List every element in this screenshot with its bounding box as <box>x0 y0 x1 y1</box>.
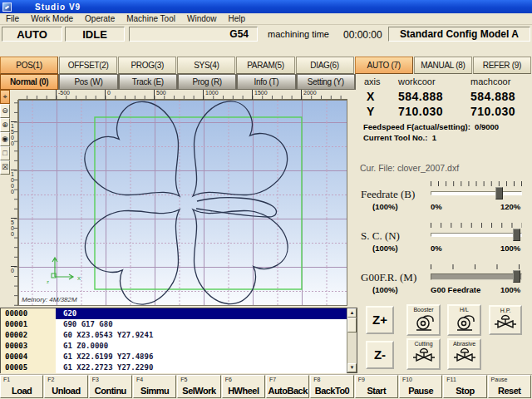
feedrate-ticks <box>431 181 522 186</box>
fkey-pause[interactable]: F10 Pause <box>399 375 442 398</box>
app-icon <box>2 2 12 12</box>
tab-auto[interactable]: AUTO (7) <box>355 57 413 74</box>
ncstudio-window: Studio V9 File Work Mode Operate Machine… <box>0 0 532 399</box>
tab-prog[interactable]: PROG(3) <box>118 57 176 74</box>
abrasive-button[interactable]: Abrasive <box>447 338 481 370</box>
fkey-stop[interactable]: F11 Stop <box>443 375 486 398</box>
spindle-label: S. C. (N) <box>361 229 400 243</box>
program-scrollbar[interactable]: ▲ ▼ <box>347 308 357 372</box>
ruler-vertical: 1500 1000 500 0 <box>9 100 18 306</box>
fkey-hwheel[interactable]: F6 HWheel <box>222 375 265 398</box>
ruler-y-label: 0 <box>11 266 17 273</box>
zoom-in-icon[interactable]: ⊕ <box>0 118 10 132</box>
spindle-track[interactable] <box>431 233 522 237</box>
menu-work-mode[interactable]: Work Mode <box>25 13 79 24</box>
z-plus-button[interactable]: Z+ <box>366 306 394 334</box>
high-low-button[interactable]: H/L <box>447 304 481 336</box>
booster-button[interactable]: Booster <box>406 304 441 336</box>
g00-track[interactable] <box>431 273 522 280</box>
feedrate-track[interactable] <box>431 191 522 195</box>
subtab-track[interactable]: Track (E) <box>119 74 177 90</box>
tab-offset[interactable]: OFFSET(2) <box>59 57 117 74</box>
clear-trace-icon[interactable]: ☒ <box>0 160 10 175</box>
program-line[interactable]: 00001 G90 G17 G80 <box>1 319 347 330</box>
ruler-horizontal: -500 0 500 1000 1500 2000 <box>18 90 347 100</box>
center-view-icon[interactable]: ⌖ <box>0 90 10 104</box>
view-toolbar: ⌖ ⊖ ⊕ ◉ □ ☒ <box>0 90 10 175</box>
menu-operate[interactable]: Operate <box>79 13 121 24</box>
spindle-handle[interactable] <box>513 229 520 241</box>
machining-time-label: machining time <box>268 29 329 39</box>
line-number: 00002 <box>1 330 56 341</box>
focus-center-icon[interactable]: ◉ <box>0 132 10 146</box>
fkey-continu[interactable]: F3 Continu <box>89 375 132 398</box>
tab-param[interactable]: PARAM(5) <box>236 57 294 74</box>
tab-diag[interactable]: DIAG(6) <box>296 57 354 74</box>
fkey-unload[interactable]: F2 Unload <box>44 375 87 398</box>
fkey-backto0[interactable]: F8 BackTo0 <box>310 375 353 398</box>
subtab-normal[interactable]: Normal (0) <box>0 74 58 90</box>
subtab-pos[interactable]: Pos (W) <box>59 74 117 90</box>
scroll-up-icon[interactable]: ▲ <box>347 308 357 318</box>
status-bar: AUTO IDLE G54 machining time 00:00:00 St… <box>0 25 532 43</box>
program-line[interactable]: 00000 G20 <box>1 308 347 319</box>
program-line[interactable]: 00005 G1 X22.2723 Y27.2290 <box>1 362 347 373</box>
hp-button[interactable]: H.P. <box>489 305 522 335</box>
menu-bar: File Work Mode Operate Machine Tool Wind… <box>0 13 532 25</box>
axis-z-label: z <box>47 279 49 284</box>
axis-y-name: Y <box>367 105 375 118</box>
g00-current: (100%) <box>372 285 398 294</box>
axis-x-label: x <box>77 274 81 282</box>
fkey-autoback[interactable]: F7 AutoBack <box>266 375 309 398</box>
ruler-y-label: 500 <box>11 218 17 237</box>
scrollbar-thumb[interactable] <box>347 318 357 332</box>
feedrate-label: Feedrate (B) <box>361 188 415 201</box>
spindle-max: 100% <box>500 244 520 253</box>
y-machcoor-value: 710.030 <box>470 105 515 118</box>
menu-file[interactable]: File <box>0 13 25 24</box>
menu-window[interactable]: Window <box>181 13 223 24</box>
line-code: G0 X23.0543 Y27.9241 <box>56 330 347 341</box>
feedrate-handle[interactable] <box>495 187 503 200</box>
tab-refer[interactable]: REFER (9) <box>473 57 531 74</box>
mode-indicator: AUTO <box>2 27 62 42</box>
feedrate-min: 0% <box>431 202 442 211</box>
cutting-button[interactable]: Cutting <box>406 338 441 370</box>
line-code: G1 X22.6199 Y27.4896 <box>56 352 347 362</box>
fkey-load[interactable]: F1 Load <box>0 375 43 398</box>
scroll-down-icon[interactable]: ▼ <box>347 363 357 372</box>
toolpath-viewport[interactable]: x z <box>18 100 347 306</box>
x-workcoor-value: 584.888 <box>398 90 443 103</box>
menu-machine-tool[interactable]: Machine Tool <box>121 13 181 24</box>
z-minus-button[interactable]: Z- <box>366 341 394 369</box>
line-code: G20 <box>56 308 347 319</box>
tab-manual[interactable]: MANUAL (8) <box>414 57 472 74</box>
tab-sys[interactable]: SYS(4) <box>177 57 235 74</box>
fkey-simmu[interactable]: F4 Simmu <box>133 375 176 398</box>
menu-help[interactable]: Help <box>223 13 252 24</box>
subtab-setting[interactable]: Setting (Y) <box>297 74 355 90</box>
machcoor-header: machcoor <box>470 76 510 86</box>
line-number: 00003 <box>1 341 56 352</box>
fkey-selwork[interactable]: F5 SelWork <box>177 375 220 398</box>
axis-header: axis <box>364 76 381 86</box>
axis-x-name: X <box>367 90 375 103</box>
line-code: G1 X22.2723 Y27.2290 <box>56 362 347 373</box>
spindle-ticks <box>431 223 522 228</box>
program-listing[interactable]: 00000 G20 00001 G90 G17 G80 00002 G0 X23… <box>0 308 357 373</box>
tool-info: Current Tool No.: 1 <box>363 133 436 142</box>
zoom-out-icon[interactable]: ⊖ <box>0 104 10 118</box>
subtab-info[interactable]: Info (T) <box>237 74 295 90</box>
subtab-prog[interactable]: Prog (R) <box>178 74 236 90</box>
current-file: Cur. File: clover_2007.dxf <box>360 163 459 173</box>
program-line[interactable]: 00002 G0 X23.0543 Y27.9241 <box>1 330 347 341</box>
tab-pos[interactable]: POS(1) <box>0 57 58 74</box>
box-zoom-icon[interactable]: □ <box>0 146 10 160</box>
fkey-start[interactable]: F9 Start <box>355 375 398 398</box>
program-line[interactable]: 00003 G1 Z0.0000 <box>1 341 347 352</box>
g00-handle[interactable] <box>513 270 520 283</box>
program-line[interactable]: 00004 G1 X22.6199 Y27.4896 <box>1 352 347 362</box>
ruler-x-label: 1000 <box>203 90 219 100</box>
fkey-reset[interactable]: Pause Reset <box>488 375 531 398</box>
workcoor-header: workcoor <box>398 76 436 86</box>
